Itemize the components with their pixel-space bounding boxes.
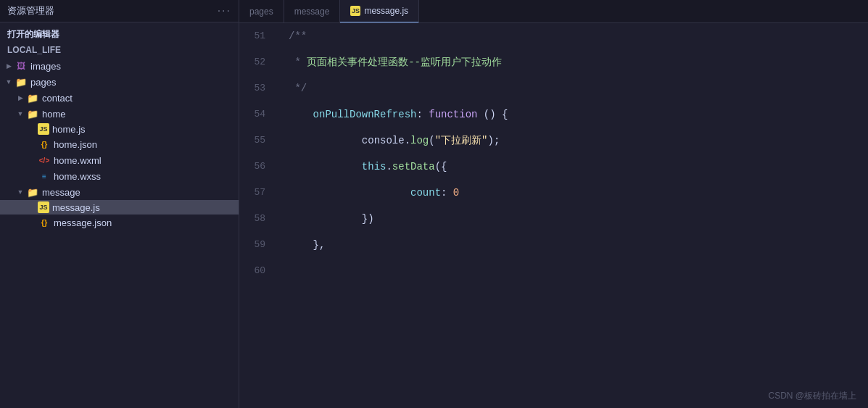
tree-item-message[interactable]: 📁 message — [0, 184, 239, 200]
code-token: 0 — [453, 180, 459, 206]
code-token: "下拉刷新" — [435, 128, 488, 154]
code-lines[interactable]: /** * 页面相关事件处理函数--监听用户下拉动作 */▼ onPullDow… — [283, 23, 868, 408]
sidebar: 资源管理器 ··· 打开的编辑器 LOCAL_LIFE 🖼 images 📁 p… — [0, 0, 239, 408]
tree-item-label: home.js — [52, 124, 86, 135]
code-token: log — [410, 128, 429, 154]
code-line-56: ▼ this.setData({ — [289, 154, 868, 180]
tree-item-label: message — [42, 187, 80, 198]
code-indent — [289, 180, 362, 206]
tree-item-home.wxml[interactable]: </> home.wxml — [0, 152, 239, 168]
code-token: /** — [289, 23, 307, 49]
code-indent — [289, 206, 337, 232]
editor-area: pagesmessageJSmessage.js 515253545556575… — [239, 0, 868, 408]
tree-item-label: images — [30, 61, 61, 72]
code-token: */ — [289, 75, 307, 101]
code-token: ( — [429, 128, 434, 154]
editor-tabs: pagesmessageJSmessage.js — [239, 0, 868, 23]
tree-item-label: home.json — [54, 139, 97, 150]
tree-item-home[interactable]: 📁 home — [0, 106, 239, 122]
code-token: * — [289, 49, 307, 75]
tree-item-home.json[interactable]: {} home.json — [0, 136, 239, 152]
tree-item-message.js[interactable]: JS message.js — [0, 200, 239, 215]
tree-item-images[interactable]: 🖼 images — [0, 58, 239, 74]
folder-icon: 📁 — [26, 186, 39, 199]
code-line-60 — [289, 258, 868, 284]
line-number-59: 59 — [239, 232, 274, 258]
code-token: 页面相关事件处理函数--监听用户下拉动作 — [307, 49, 502, 75]
folder-special-icon: 🖼 — [15, 59, 28, 72]
tree-arrow-images[interactable] — [3, 60, 15, 72]
folder-icon: 📁 — [26, 107, 39, 120]
code-token: onPullDownRefresh — [313, 101, 417, 128]
line-number-53: 53 — [239, 75, 274, 101]
code-indent — [289, 101, 313, 128]
js-icon: JS — [38, 201, 49, 213]
code-token: this — [337, 154, 386, 180]
editor-content: 51525354555657585960 /** * 页面相关事件处理函数--监… — [239, 23, 868, 408]
code-line-51: /** — [289, 23, 868, 49]
file-tree: 🖼 images 📁 pages 📁 contact 📁 home JS hom… — [0, 58, 239, 408]
code-token: ({ — [435, 154, 447, 180]
code-token: : — [416, 101, 429, 128]
line-number-55: 55 — [239, 128, 274, 154]
line-number-56: 56 — [239, 154, 274, 180]
code-token: . — [405, 128, 410, 154]
line-number-60: 60 — [239, 258, 274, 284]
tab-label: message — [294, 7, 330, 17]
tree-arrow-home[interactable] — [15, 108, 26, 120]
line-number-52: 52 — [239, 49, 274, 75]
code-token: count — [362, 180, 441, 206]
code-line-54: ▼ onPullDownRefresh: function () { — [289, 101, 868, 128]
sidebar-title: 资源管理器 — [7, 4, 54, 17]
open-editors-label: 打开的编辑器 — [0, 22, 239, 43]
code-line-58: }) — [289, 206, 868, 232]
folder-icon: 📁 — [15, 75, 28, 88]
code-indent — [289, 154, 337, 180]
tab-js-icon: JS — [350, 6, 360, 16]
folder-icon: 📁 — [26, 91, 39, 104]
tree-item-label: home — [42, 109, 66, 120]
code-token: }, — [313, 232, 326, 258]
tree-arrow-contact[interactable] — [15, 92, 26, 104]
code-line-59: }, — [289, 232, 868, 258]
wxss-icon: ≡ — [38, 170, 51, 183]
js-icon: JS — [38, 123, 49, 135]
editor-wrapper: 51525354555657585960 /** * 页面相关事件处理函数--监… — [239, 23, 868, 408]
code-token: setData — [392, 154, 435, 180]
line-numbers: 51525354555657585960 — [239, 23, 283, 408]
line-number-54: 54 — [239, 101, 274, 128]
tree-item-label: home.wxml — [54, 155, 102, 166]
sidebar-header: 资源管理器 ··· — [0, 0, 239, 22]
code-token: console — [337, 128, 404, 154]
tree-item-message.json[interactable]: {} message.json — [0, 215, 239, 230]
code-line-57: count: 0 — [289, 180, 868, 206]
line-number-58: 58 — [239, 206, 274, 232]
code-token: }) — [337, 206, 373, 232]
tree-item-label: home.wxss — [54, 171, 101, 182]
watermark: CSDN @板砖拍在墙上 — [768, 390, 856, 402]
tree-item-contact[interactable]: 📁 contact — [0, 90, 239, 106]
tab-pages[interactable]: pages — [239, 0, 284, 23]
json-icon: {} — [38, 138, 51, 151]
tab-message[interactable]: message — [284, 0, 341, 23]
tree-item-label: pages — [30, 77, 56, 88]
code-line-52: * 页面相关事件处理函数--监听用户下拉动作 — [289, 49, 868, 75]
code-token: . — [386, 154, 392, 180]
wxml-icon: </> — [38, 154, 51, 167]
tree-item-label: message.js — [52, 202, 100, 213]
code-line-55: console.log("下拉刷新"); — [289, 128, 868, 154]
tab-message.js[interactable]: JSmessage.js — [340, 0, 419, 23]
tree-item-home.js[interactable]: JS home.js — [0, 122, 239, 136]
code-indent — [289, 232, 313, 258]
code-indent — [289, 128, 337, 154]
tree-item-pages[interactable]: 📁 pages — [0, 74, 239, 90]
code-line-53: */ — [289, 75, 868, 101]
tree-item-label: message.json — [54, 217, 112, 228]
tree-arrow-pages[interactable] — [3, 76, 15, 88]
code-token: : — [441, 180, 453, 206]
sidebar-menu-dots[interactable]: ··· — [218, 4, 231, 17]
tree-item-home.wxss[interactable]: ≡ home.wxss — [0, 168, 239, 184]
line-number-57: 57 — [239, 180, 274, 206]
tree-arrow-message[interactable] — [15, 186, 26, 198]
json-icon: {} — [38, 216, 51, 229]
